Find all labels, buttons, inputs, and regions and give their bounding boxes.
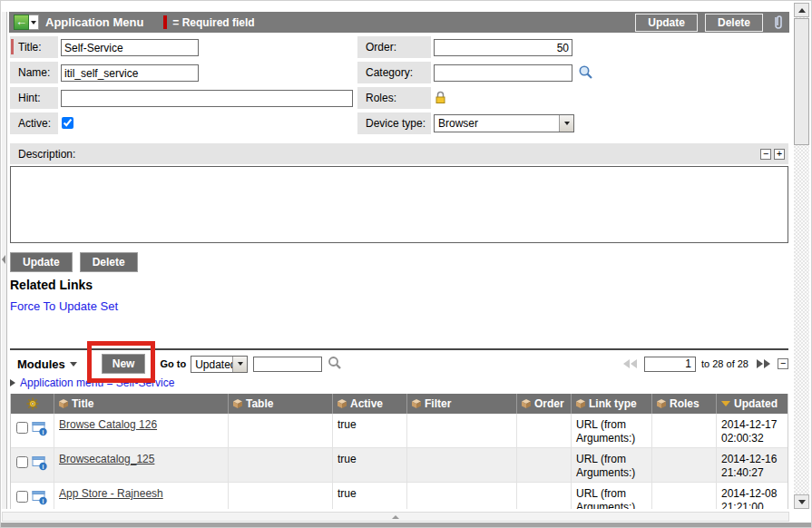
section-divider [10,348,788,350]
description-textarea[interactable] [10,166,788,243]
vertical-scrollbar-thumb[interactable] [794,18,809,145]
update-button-header[interactable]: Update [635,14,698,32]
breadcrumb-arrow-icon[interactable] [10,379,15,386]
back-arrow-icon: ← [15,15,27,28]
cell-filter [407,483,517,509]
table-header-row: Title Table Active Filter Order Link typ… [11,394,788,414]
column-header-filter[interactable]: Filter [407,394,517,414]
first-page-icon[interactable] [622,359,637,368]
category-field[interactable] [434,64,572,82]
back-button[interactable]: ← [14,15,29,30]
cell-active: true [333,448,407,482]
column-header-order[interactable]: Order [517,394,572,414]
cell-roles [652,448,717,482]
last-page-icon[interactable] [756,359,770,368]
cell-active: true [333,414,407,447]
collapse-left-icon [2,255,5,264]
cell-order [517,414,572,447]
svg-text:i: i [43,429,44,435]
breadcrumb-filter-link[interactable]: Application menu = Self-Service [20,376,174,389]
column-header-link-type[interactable]: Link type [572,394,652,414]
field-cube-icon [59,399,68,408]
splitter-handle-icon [392,515,399,519]
collapse-description-button[interactable]: − [760,149,771,160]
roles-label: Roles: [357,87,431,109]
column-header-table[interactable]: Table [229,394,333,414]
cell-order [517,483,572,509]
list-search-icon[interactable] [328,356,342,373]
row-checkbox[interactable] [16,422,28,434]
record-form: Title: Order: Name: Category: Hint: Role… [10,36,788,138]
personalize-list-gear-icon[interactable] [11,394,54,414]
back-menu-caret[interactable] [29,15,39,30]
hint-field[interactable] [61,90,353,107]
table-row: i Browsecatalog_125 true URL (from Argum… [11,448,788,483]
page-number-input[interactable] [644,357,696,372]
record-preview-icon[interactable]: i [32,455,48,474]
new-module-button[interactable]: New [102,354,146,374]
window-bottom-edge [1,523,811,528]
vertical-scrollbar[interactable] [794,3,809,509]
column-header-title[interactable]: Title [54,394,229,414]
module-title-link[interactable]: App Store - Rajneesh [59,487,163,500]
attachment-paperclip-icon[interactable] [772,15,785,30]
name-field[interactable] [61,64,199,82]
record-preview-icon[interactable]: i [32,490,48,509]
delete-button-footer[interactable]: Delete [80,252,138,272]
column-header-roles[interactable]: Roles [652,394,717,414]
active-label: Active: [10,112,58,134]
column-header-active[interactable]: Active [333,394,407,414]
field-cube-icon [338,399,347,408]
update-button-footer[interactable]: Update [10,252,73,272]
cell-updated: 2014-12-17 02:00:32 [717,414,788,447]
active-checkbox[interactable] [62,117,73,129]
module-title-link[interactable]: Browse Catalog 126 [59,418,157,431]
delete-button-header[interactable]: Delete [705,14,763,32]
column-header-updated[interactable]: Updated [717,394,788,414]
table-row: i Browse Catalog 126 true URL (from Argu… [11,414,788,448]
description-section-header: Description: − + [10,143,788,164]
category-lookup-icon[interactable] [578,64,593,83]
row-checkbox[interactable] [16,491,28,503]
field-cube-icon [233,399,242,408]
left-splitter[interactable] [2,12,7,509]
title-field[interactable] [61,39,199,56]
module-title-link[interactable]: Browsecatalog_125 [59,453,154,465]
horizontal-splitter[interactable] [2,512,789,522]
cell-link-type: URL (from Arguments:) [572,448,652,482]
list-search-input[interactable] [253,357,322,372]
scroll-down-icon[interactable] [794,494,809,509]
chevron-down-icon [31,21,36,24]
required-field-legend: = Required field [172,16,254,29]
category-label: Category: [357,62,431,83]
order-field[interactable] [434,39,572,56]
row-checkbox[interactable] [16,456,28,468]
force-to-update-set-link[interactable]: Force To Update Set [10,299,118,313]
device-type-select[interactable]: Browser [434,114,574,132]
cell-updated: 2014-12-16 21:40:27 [717,448,788,482]
record-preview-icon[interactable]: i [32,421,48,440]
cell-roles [652,414,717,447]
chevron-down-icon [559,115,573,132]
form-header-bar: ← Application Menu = Required field Upda… [9,12,789,33]
chevron-down-icon [232,357,247,372]
modules-menu-caret-icon[interactable] [70,362,77,367]
svg-text:i: i [43,498,44,504]
modules-section-title[interactable]: Modules [17,357,65,371]
field-cube-icon [412,399,421,408]
expand-description-button[interactable]: + [774,149,785,160]
scroll-up-icon[interactable] [794,3,809,17]
roles-lock-icon[interactable] [435,91,446,107]
application-menu-page: ← Application Menu = Required field Upda… [0,0,812,528]
cell-filter [407,448,517,482]
cell-updated: 2014-12-08 21:21:00 [717,483,788,509]
field-cube-icon [657,399,666,408]
cell-table [229,448,333,482]
collapse-list-button[interactable]: − [778,358,788,369]
related-links-heading: Related Links [10,278,93,292]
goto-field-select[interactable]: Updated [191,356,248,373]
list-breadcrumb: Application menu = Self-Service [10,376,174,389]
description-label: Description: [18,148,75,161]
cell-table [229,414,333,447]
cell-active: true [333,483,407,509]
